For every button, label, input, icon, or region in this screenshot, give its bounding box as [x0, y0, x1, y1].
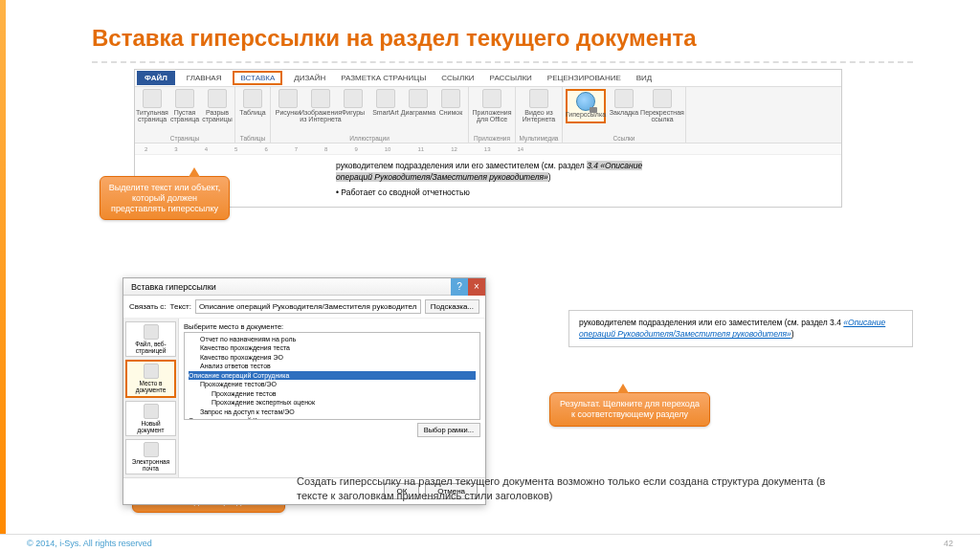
linkto-place-in-doc[interactable]: Место в документе	[125, 360, 176, 397]
pic-icon	[278, 89, 298, 108]
tree-item[interactable]: Качество прохождения ЭО	[189, 353, 476, 362]
dialog-close-button[interactable]: ×	[468, 278, 485, 296]
pick-place-label: Выберите место в документе:	[184, 321, 480, 332]
text-label: Текст:	[170, 302, 191, 311]
tree-item-selected[interactable]: Описание операций Сотрудника	[189, 371, 476, 380]
document-area[interactable]: руководителем подразделения или его заме…	[135, 154, 841, 207]
link-to-label: Связать с:	[129, 302, 167, 311]
file-icon	[144, 324, 159, 340]
result-preview: руководителем подразделения или его заме…	[568, 310, 913, 347]
ribbon-body: Титульная страница Пустая страница Разры…	[135, 87, 841, 143]
insert-hyperlink-dialog: Вставка гиперссылки ? × Связать с: Текст…	[122, 277, 486, 505]
tab-insert[interactable]: ВСТАВКА	[233, 71, 282, 85]
place-icon	[144, 364, 159, 379]
text-to-display-input[interactable]	[195, 299, 421, 314]
doc-line: руководителем подразделения или его заме…	[336, 161, 813, 172]
bookmark-icon	[614, 89, 634, 108]
ribbon-tabs: ФАЙЛ ГЛАВНАЯ ВСТАВКА ДИЗАЙН РАЗМЕТКА СТР…	[135, 70, 841, 87]
screenshot-icon	[441, 89, 460, 108]
shapes-button[interactable]: Фигуры	[339, 89, 368, 123]
break-icon	[208, 89, 227, 108]
blank-icon	[175, 89, 194, 108]
callout-result: Результат. Щелкните для перехода к соотв…	[549, 392, 710, 427]
tree-item[interactable]: Прохождение тестов	[189, 389, 476, 398]
table-button[interactable]: Таблица	[238, 89, 267, 116]
doc-bullet: • Работает со сводной отчетностью	[336, 184, 813, 199]
link-to-sidebar: Файл, веб-страницей Место в документе Но…	[123, 319, 179, 477]
blank-page-button[interactable]: Пустая страница	[170, 89, 199, 123]
target-frame-button[interactable]: Выбор рамки...	[417, 423, 480, 437]
tab-file[interactable]: ФАЙЛ	[137, 71, 175, 85]
tree-item[interactable]: Анализ ответов тестов	[189, 362, 476, 370]
slide-title: Вставка гиперссылки на раздел текущего д…	[92, 25, 697, 52]
word-window: ФАЙЛ ГЛАВНАЯ ВСТАВКА ДИЗАЙН РАЗМЕТКА СТР…	[134, 69, 842, 208]
bottom-note: Создать гиперссылку на раздел текущего д…	[297, 474, 833, 503]
doc-line: операций Руководителя/Заместителя руково…	[336, 172, 813, 184]
dialog-text-row: Связать с: Текст: Подсказка...	[123, 296, 485, 319]
smartart-button[interactable]: SmartArt	[371, 89, 400, 123]
bookmark-button[interactable]: Закладка	[610, 89, 638, 123]
apps-button[interactable]: Приложения для Office	[472, 89, 512, 123]
callout-select-text: Выделите текст или объект, который долже…	[100, 176, 230, 220]
globe-link-icon	[576, 92, 595, 111]
tab-review[interactable]: РЕЦЕНЗИРОВАНИЕ	[544, 71, 625, 85]
webpic-icon	[311, 89, 330, 108]
hyperlink-button[interactable]: Гиперссылка	[566, 89, 606, 123]
ruler: 234567891011121314	[135, 143, 841, 154]
newdoc-icon	[144, 404, 159, 419]
chart-icon	[409, 89, 428, 108]
smartart-icon	[376, 89, 395, 108]
tab-layout[interactable]: РАЗМЕТКА СТРАНИЦЫ	[337, 71, 430, 85]
cross-reference-button[interactable]: Перекрестная ссылка	[642, 89, 682, 123]
tab-references[interactable]: ССЫЛКИ	[437, 71, 478, 85]
tree-item[interactable]: Прохождение тестов/ЭО	[189, 380, 476, 388]
tree-item[interactable]: Качество прохождения теста	[189, 343, 476, 352]
slide-footer: © 2014, i-Sys. All rights reserved 42	[0, 534, 980, 551]
page-number: 42	[944, 539, 953, 548]
tab-view[interactable]: ВИД	[633, 71, 657, 85]
online-pictures-button[interactable]: Изображения из Интернета	[306, 89, 335, 123]
screenshot-button[interactable]: Снимок	[436, 89, 465, 123]
shapes-icon	[344, 89, 363, 108]
chart-button[interactable]: Диаграмма	[404, 89, 433, 123]
mail-icon	[144, 442, 159, 457]
online-video-button[interactable]: Видео из Интернета	[519, 89, 559, 123]
apps-icon	[482, 89, 501, 108]
video-icon	[529, 89, 548, 108]
tree-item[interactable]: Отчет по назначениям на роль	[189, 335, 476, 343]
linkto-email[interactable]: Электронная почта	[125, 439, 176, 474]
linkto-file-web[interactable]: Файл, веб-страницей	[125, 321, 176, 357]
copyright: © 2014, i-Sys. All rights reserved	[27, 539, 152, 548]
tab-home[interactable]: ГЛАВНАЯ	[183, 71, 226, 85]
crossref-icon	[653, 89, 672, 108]
tab-design[interactable]: ДИЗАЙН	[290, 71, 329, 85]
tab-mailings[interactable]: РАССЫЛКИ	[486, 71, 536, 85]
dialog-title: Вставка гиперссылки	[131, 282, 216, 292]
page-icon	[143, 89, 162, 108]
linkto-new-doc[interactable]: Новый документ	[125, 401, 176, 436]
table-icon	[243, 89, 262, 108]
cover-page-button[interactable]: Титульная страница	[138, 89, 167, 123]
dialog-help-button[interactable]: ?	[451, 278, 468, 296]
document-structure-tree[interactable]: Отчет по назначениям на роль Качество пр…	[184, 332, 480, 420]
divider	[92, 61, 913, 63]
screentip-button[interactable]: Подсказка...	[425, 299, 479, 314]
dialog-titlebar: Вставка гиперссылки ? ×	[123, 278, 485, 296]
accent-bar	[0, 0, 6, 534]
tree-item[interactable]: Прохождение экспертных оценок	[189, 398, 476, 407]
pictures-button[interactable]: Рисунки	[274, 89, 302, 123]
tree-item[interactable]: Запрос на доступ к тестам/ЭО	[189, 408, 476, 416]
page-break-button[interactable]: Разрыв страницы	[203, 89, 232, 123]
